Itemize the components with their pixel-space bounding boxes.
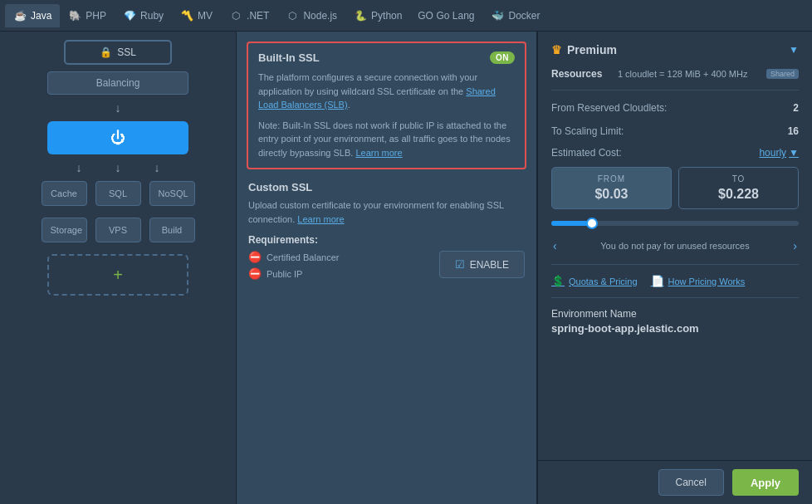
- build-node-button[interactable]: Build: [149, 218, 195, 242]
- premium-title: ♛ Premium: [551, 43, 617, 56]
- environment-section: Environment Name spring-boot-app.jelasti…: [551, 308, 799, 335]
- tab-dotnet[interactable]: ⬡ .NET: [221, 4, 277, 27]
- slider-fill: [551, 221, 589, 226]
- how-pricing-link[interactable]: 📄 How Pricing Works: [651, 275, 746, 287]
- lock-icon: 🔒: [100, 46, 112, 58]
- storage-node-button[interactable]: Storage: [42, 218, 87, 242]
- tab-nodejs[interactable]: ⬡ Node.js: [277, 4, 345, 27]
- custom-ssl-description: Upload custom certificate to your enviro…: [248, 198, 525, 226]
- sql-node-button[interactable]: SQL: [95, 181, 141, 206]
- tab-php[interactable]: 🐘 PHP: [60, 4, 115, 27]
- tab-bar: ☕ Java 🐘 PHP 💎 Ruby 〽️ MV ⬡ .NET ⬡ Node.…: [0, 0, 812, 32]
- dropdown-arrow-icon[interactable]: ▼: [789, 44, 799, 56]
- balancing-button[interactable]: Balancing: [47, 71, 188, 95]
- arrow-down-2: ↓: [76, 161, 82, 174]
- builtin-ssl-header: Built-In SSL ON: [258, 51, 515, 64]
- resources-value: 1 cloudlet = 128 MiB + 400 MHz: [618, 69, 748, 79]
- main-layout: 🔒 SSL Balancing ↓ ⏻ ↓ ↓ ↓ Cache SQL: [0, 32, 812, 504]
- builtin-ssl-note: Note: Built-In SSL does not work if publ…: [258, 119, 515, 160]
- requirements-list: ⛔ Certified Balancer ⛔ Public IP: [248, 251, 339, 284]
- req-public-ip: ⛔ Public IP: [248, 267, 339, 280]
- quotas-pricing-link[interactable]: 💲 Quotas & Pricing: [551, 275, 638, 287]
- resources-row: Resources 1 cloudlet = 128 MiB + 400 MHz…: [551, 68, 799, 80]
- requirements-title: Requirements:: [248, 234, 525, 246]
- arrows-row: ↓ ↓ ↓: [76, 161, 160, 174]
- price-to-label: TO: [687, 174, 790, 183]
- learn-more-link-1[interactable]: Learn more: [355, 148, 402, 158]
- divider-2: [551, 264, 799, 265]
- power-button[interactable]: ⏻: [47, 121, 188, 154]
- slb-link[interactable]: Shared Load Balancers (SLB): [258, 86, 496, 110]
- custom-ssl-section: Custom SSL Upload custom certificate to …: [247, 181, 526, 284]
- from-reserved-label: From Reserved Cloudlets:: [551, 102, 667, 114]
- price-card-from: FROM $0.03: [551, 167, 672, 209]
- apply-button[interactable]: Apply: [732, 469, 799, 496]
- price-cards: FROM $0.03 TO $0.228: [551, 167, 799, 209]
- slider-thumb[interactable]: [586, 218, 598, 229]
- crown-icon: ♛: [551, 43, 562, 56]
- price-card-to: TO $0.228: [678, 167, 799, 209]
- slider-left-arrow[interactable]: ‹: [551, 237, 559, 254]
- unused-resources-row: ‹ You do not pay for unused resources ›: [551, 237, 799, 254]
- tab-mv[interactable]: 〽️ MV: [172, 4, 221, 27]
- arrow-down-1: ↓: [115, 101, 121, 115]
- builtin-ssl-description: The platform configures a secure connect…: [258, 71, 515, 112]
- ssl-button[interactable]: 🔒 SSL: [64, 40, 172, 65]
- ssl-toggle[interactable]: ON: [490, 51, 515, 64]
- divider-3: [551, 297, 799, 298]
- tab-ruby[interactable]: 💎 Ruby: [115, 4, 172, 27]
- price-to-value: $0.228: [687, 187, 790, 202]
- shared-badge: Shared: [766, 69, 799, 79]
- add-node-button[interactable]: +: [47, 254, 188, 296]
- builtin-ssl-box: Built-In SSL ON The platform configures …: [247, 42, 526, 169]
- enable-button[interactable]: ☑ ENABLE: [439, 251, 525, 278]
- power-icon: ⏻: [110, 130, 125, 147]
- java-icon: ☕: [13, 9, 27, 22]
- storage-row: Storage VPS Build: [42, 218, 195, 242]
- ruby-icon: 💎: [123, 9, 136, 22]
- tab-python[interactable]: 🐍 Python: [345, 4, 410, 27]
- nodejs-icon: ⬡: [286, 9, 299, 22]
- req-error-icon-2: ⛔: [248, 267, 262, 280]
- tab-golang[interactable]: GO Go Lang: [410, 4, 482, 27]
- price-from-label: FROM: [560, 174, 663, 183]
- unused-resources-text: You do not pay for unused resources: [564, 241, 787, 251]
- resources-label: Resources: [551, 68, 602, 80]
- dollar-icon: 💲: [551, 275, 565, 287]
- php-icon: 🐘: [68, 9, 81, 22]
- estimated-cost-value[interactable]: hourly ▼: [759, 147, 799, 159]
- estimated-cost-label: Estimated Cost:: [551, 147, 622, 159]
- mv-icon: 〽️: [180, 9, 193, 22]
- docker-icon: 🐳: [492, 9, 505, 22]
- tab-java[interactable]: ☕ Java: [5, 4, 60, 27]
- dotnet-icon: ⬡: [229, 9, 242, 22]
- bottom-bar: Cancel Apply: [538, 460, 812, 504]
- divider-1: [551, 90, 799, 91]
- vps-node-button[interactable]: VPS: [95, 218, 141, 242]
- estimated-cost-row: Estimated Cost: hourly ▼: [551, 147, 799, 159]
- price-from-value: $0.03: [560, 187, 663, 202]
- from-reserved-row: From Reserved Cloudlets: 2: [551, 100, 799, 115]
- tab-docker[interactable]: 🐳 Docker: [483, 4, 549, 27]
- custom-ssl-title: Custom SSL: [248, 181, 525, 193]
- nosql-node-button[interactable]: NoSQL: [149, 181, 195, 206]
- env-name: spring-boot-app.jelastic.com: [551, 322, 799, 335]
- req-certified-balancer: ⛔ Certified Balancer: [248, 251, 339, 263]
- golang-icon: GO: [418, 9, 432, 22]
- arrow-down-4: ↓: [154, 161, 160, 174]
- cancel-button[interactable]: Cancel: [658, 469, 724, 496]
- center-panel: Built-In SSL ON The platform configures …: [237, 32, 538, 504]
- left-panel: 🔒 SSL Balancing ↓ ⏻ ↓ ↓ ↓ Cache SQL: [0, 32, 237, 504]
- slider-track: [551, 221, 799, 226]
- req-error-icon-1: ⛔: [248, 251, 262, 263]
- links-row: 💲 Quotas & Pricing 📄 How Pricing Works: [551, 275, 799, 287]
- learn-more-link-2[interactable]: Learn more: [297, 214, 344, 224]
- from-reserved-value: 2: [793, 102, 799, 114]
- estimated-dropdown-icon: ▼: [789, 147, 799, 159]
- slider-container: [551, 218, 799, 229]
- env-label: Environment Name: [551, 308, 799, 320]
- to-scaling-label: To Scaling Limit:: [551, 125, 624, 137]
- builtin-ssl-title: Built-In SSL: [258, 51, 320, 64]
- slider-right-arrow[interactable]: ›: [791, 237, 799, 254]
- cache-node-button[interactable]: Cache: [42, 181, 87, 206]
